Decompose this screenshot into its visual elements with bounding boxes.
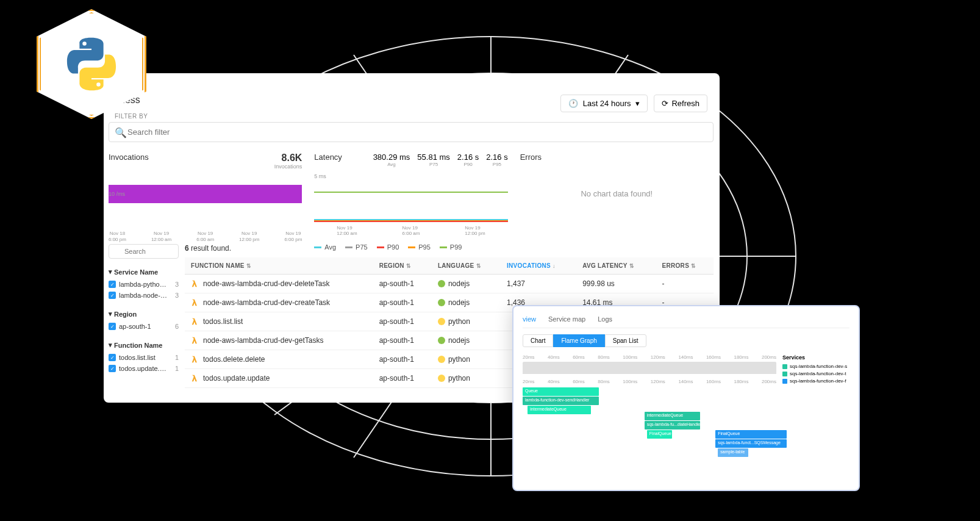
lambda-icon	[191, 279, 199, 288]
facet-group: ▾ Region✓ap-south-16	[109, 307, 179, 332]
flame-span[interactable]: lambda-function-dev-sendHandler	[523, 397, 599, 405]
trace-tabs: viewService mapLogs	[523, 315, 849, 328]
result-count: 6 result found.	[185, 244, 714, 253]
trace-subtab[interactable]: Span List	[605, 334, 646, 347]
latency-stat: 2.16 sP90	[457, 153, 479, 167]
invocations-value: 8.6K	[274, 153, 302, 163]
sort-icon: ⇅	[691, 263, 696, 269]
invocations-sub: Invocations	[274, 163, 302, 170]
chevron-down-icon: ▾	[109, 341, 112, 349]
language-icon	[438, 318, 445, 325]
result-count-text: result found.	[189, 244, 231, 253]
table-header[interactable]: INVOCATIONS↓	[501, 257, 576, 275]
sort-icon: ⇅	[476, 263, 481, 269]
table-header[interactable]: ERRORS⇅	[656, 257, 714, 275]
timeline-tick: 40ms	[548, 379, 560, 384]
chevron-down-icon: ▾	[109, 268, 112, 276]
table-row[interactable]: node-aws-lambda-crud-dev-deleteTaskap-so…	[185, 275, 714, 293]
axis-tick: Nov 1912:00 am	[151, 231, 171, 242]
flame-span[interactable]: sqs-lambda-funct...SQSMessage	[715, 439, 786, 448]
services-title: Services	[782, 354, 849, 361]
flame-span[interactable]: intermediateQueue	[528, 406, 591, 414]
latency-stat: 55.81 msP75	[417, 153, 449, 167]
timeline-tick: 140ms	[678, 354, 693, 360]
axis-tick: Nov 196:00 pm	[284, 231, 302, 242]
invocations-title: Invocations	[109, 153, 149, 162]
sort-icon: ⇅	[629, 263, 634, 269]
flame-span[interactable]: sqs-lambda-fu...diateHandler	[645, 421, 701, 429]
timeline-tick: 60ms	[573, 379, 585, 384]
latency-stat: 380.29 msAvg	[373, 153, 410, 167]
timeline-tick: 100ms	[623, 379, 637, 384]
timeline-tick: 200ms	[762, 354, 776, 360]
table-header-row: FUNCTION NAME⇅REGION⇅LANGUAGE⇅INVOCATION…	[185, 257, 714, 275]
lambda-icon	[191, 336, 199, 345]
facet-item[interactable]: ✓todos.list.list1	[109, 352, 179, 363]
checkbox-icon: ✓	[109, 354, 116, 361]
invocations-axis: Nov 186:00 pmNov 1912:00 amNov 196:00 am…	[109, 231, 302, 242]
latency-card: Latency 380.29 msAvg55.81 msP752.16 sP90…	[314, 153, 507, 257]
table-header[interactable]: REGION⇅	[373, 257, 432, 275]
trace-subtab[interactable]: Chart	[523, 334, 553, 347]
flame-overview	[523, 362, 776, 374]
service-legend-item: sqs-lambda-function-dev-s	[782, 364, 849, 369]
flame-span[interactable]: Queue	[523, 387, 599, 396]
chevron-down-icon: ▾	[109, 310, 112, 318]
trace-tab[interactable]: Service map	[548, 315, 585, 323]
language-icon	[438, 375, 445, 382]
trace-tab[interactable]: view	[523, 315, 536, 323]
service-legend-item: sqs-lambda-function-dev-f	[782, 378, 849, 384]
table-header[interactable]: AVG LATENCY⇅	[576, 257, 656, 275]
search-filter-input[interactable]	[109, 122, 714, 142]
python-badge	[37, 9, 146, 119]
table-header[interactable]: FUNCTION NAME⇅	[185, 257, 373, 275]
axis-tick: Nov 186:00 pm	[109, 231, 126, 242]
trace-tab[interactable]: Logs	[598, 315, 612, 323]
lambda-icon	[191, 317, 199, 326]
facet-item[interactable]: ✓lambda-node-a...3	[109, 290, 179, 301]
errors-title: Errors	[520, 153, 542, 162]
facet-header[interactable]: ▾ Function Name	[109, 338, 179, 352]
python-icon	[64, 37, 119, 92]
facet-header[interactable]: ▾ Service Name	[109, 265, 179, 279]
flame-span[interactable]: intermediateQueue	[645, 412, 701, 420]
refresh-icon: ⟳	[662, 99, 668, 108]
clock-icon: 🕐	[568, 99, 578, 108]
refresh-button[interactable]: ⟳ Refresh	[654, 95, 707, 112]
facet-search-input[interactable]	[109, 244, 179, 259]
timeline-tick: 40ms	[548, 354, 560, 360]
timeline-tick: 120ms	[651, 354, 665, 360]
flame-timeline: 20ms40ms60ms80ms100ms120ms140ms160ms180m…	[523, 354, 776, 360]
timeline-tick: 140ms	[678, 379, 693, 384]
timeline-tick: 80ms	[598, 379, 610, 384]
sort-icon: ⇅	[246, 263, 251, 269]
flame-span[interactable]: FinalQueue	[715, 430, 786, 439]
lambda-icon	[191, 298, 199, 307]
timeline-tick: 160ms	[706, 379, 721, 384]
facet-sidebar: 🔍 ▾ Service Name✓lambda-python...3✓lambd…	[109, 244, 179, 388]
facet-group: ▾ Service Name✓lambda-python...3✓lambda-…	[109, 265, 179, 301]
facet-header[interactable]: ▾ Region	[109, 307, 179, 321]
checkbox-icon: ✓	[109, 281, 116, 288]
trace-subtab[interactable]: Flame Graph	[553, 334, 604, 347]
time-range-selector[interactable]: 🕐 Last 24 hours ▾	[560, 95, 648, 112]
timeline-tick: 20ms	[523, 354, 535, 360]
language-icon	[438, 356, 445, 363]
result-count-num: 6	[185, 244, 189, 253]
facet-item[interactable]: ✓ap-south-16	[109, 321, 179, 332]
checkbox-icon: ✓	[109, 365, 116, 372]
top-bar: 🕐 Last 24 hours ▾ ⟳ Refresh	[110, 85, 720, 121]
facet-group: ▾ Function Name✓todos.list.list1✓todos.u…	[109, 338, 179, 374]
invocations-chart: 10 /ms	[109, 185, 302, 228]
timeline-tick: 20ms	[523, 379, 535, 384]
trace-panel: viewService mapLogs ChartFlame GraphSpan…	[512, 305, 860, 491]
facet-item[interactable]: ✓todos.update.u...1	[109, 363, 179, 374]
flame-span[interactable]: sample-table	[718, 448, 748, 457]
refresh-label: Refresh	[671, 99, 699, 108]
facet-item[interactable]: ✓lambda-python...3	[109, 279, 179, 290]
flame-span[interactable]: FinalQueue	[647, 430, 673, 439]
latency-axis: Nov 1912:00 amNov 196:00 amNov 1912:00 p…	[314, 225, 507, 236]
table-header[interactable]: LANGUAGE⇅	[432, 257, 501, 275]
latency-chart	[314, 185, 507, 222]
service-legend-item: sqs-lambda-function-dev-t	[782, 371, 849, 376]
